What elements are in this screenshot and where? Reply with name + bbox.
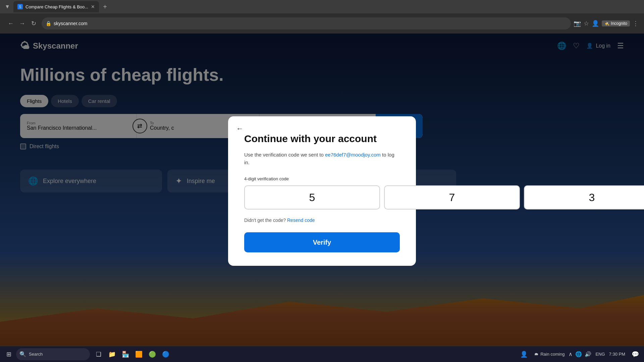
taskbar-app-1[interactable]: 🟧 xyxy=(133,348,145,360)
taskbar-icons: ❑ 📁 🏪 🟧 🟢 🔵 xyxy=(93,348,172,360)
address-bar-wrap: 🔒 xyxy=(42,17,571,29)
profile-icon[interactable]: 👤 xyxy=(592,20,599,27)
reload-button[interactable]: ↻ xyxy=(28,18,39,29)
website-background: 🌤 Skyscanner 🌐 ♡ 👤 Log in ☰ Millions of … xyxy=(0,34,644,349)
weather-icon: 🌧 xyxy=(534,352,538,357)
modal-description: Use the verification code we sent to ee7… xyxy=(244,151,400,166)
taskbar-search-text: Search xyxy=(29,352,43,357)
modal-back-button[interactable]: ← xyxy=(236,124,244,133)
taskbar-chrome[interactable]: 🔵 xyxy=(160,348,172,360)
notifications-button[interactable]: 💬 xyxy=(629,348,641,360)
tab-list-button[interactable]: ▼ xyxy=(3,2,12,11)
network-icon[interactable]: 🌐 xyxy=(575,351,582,357)
verify-button[interactable]: Verify xyxy=(244,232,400,252)
taskbar-search[interactable]: 🔍 Search xyxy=(16,348,90,360)
taskbar-time[interactable]: 7:30 PM xyxy=(609,352,625,357)
forward-button[interactable]: → xyxy=(17,18,28,29)
taskbar-search-icon: 🔍 xyxy=(19,351,26,357)
camera-off-icon[interactable]: 📷 xyxy=(574,20,581,27)
more-button[interactable]: ⋮ xyxy=(633,20,639,27)
modal-title: Continue with your account xyxy=(244,133,400,144)
code-inputs xyxy=(244,185,400,209)
weather-widget[interactable]: 🌧 Rain coming xyxy=(534,352,565,357)
tab-favicon: S xyxy=(17,4,23,9)
nav-controls: ← → ↻ xyxy=(5,18,39,29)
modal-email: ee76def7@moodjoy.com xyxy=(325,152,381,158)
browser-tab-bar: ▼ S Compare Cheap Flights & Boo... ✕ + xyxy=(0,0,644,13)
taskbar-file-explorer[interactable]: 📁 xyxy=(106,348,118,360)
verification-modal: ← Continue with your account Use the ver… xyxy=(228,116,416,266)
address-input[interactable] xyxy=(42,17,571,29)
code-label: 4-digit verification code xyxy=(244,176,400,181)
system-tray: ∧ 🌐 🔊 xyxy=(569,351,591,357)
task-view-button[interactable]: ❑ xyxy=(93,348,105,360)
bookmark-icon[interactable]: ☆ xyxy=(584,20,589,27)
lock-icon: 🔒 xyxy=(46,21,51,26)
language-indicator[interactable]: ENG xyxy=(595,352,605,357)
browser-address-bar: ← → ↻ 🔒 📷 ☆ 👤 🕵 Incognito ⋮ xyxy=(0,13,644,34)
tab-close-button[interactable]: ✕ xyxy=(91,4,95,9)
new-tab-button[interactable]: + xyxy=(100,2,110,11)
incognito-badge: 🕵 Incognito xyxy=(602,20,630,26)
modal-overlay: ← Continue with your account Use the ver… xyxy=(0,34,644,349)
code-digit-1[interactable] xyxy=(244,185,380,209)
incognito-icon: 🕵 xyxy=(604,21,609,26)
code-digit-3[interactable] xyxy=(524,185,644,209)
taskbar-right: 👤 🌧 Rain coming ∧ 🌐 🔊 ENG 7:30 PM 💬 xyxy=(518,348,641,360)
resend-code-link[interactable]: Resend code xyxy=(287,218,315,223)
browser-chrome: ▼ S Compare Cheap Flights & Boo... ✕ + ←… xyxy=(0,0,644,34)
taskbar-store[interactable]: 🏪 xyxy=(119,348,131,360)
resend-row: Didn't get the code? Resend code xyxy=(244,218,400,223)
windows-start-button[interactable]: ⊞ xyxy=(3,348,15,360)
browser-tab[interactable]: S Compare Cheap Flights & Boo... ✕ xyxy=(13,1,99,12)
taskbar-app-2[interactable]: 🟢 xyxy=(146,348,158,360)
back-button[interactable]: ← xyxy=(5,18,16,29)
code-digit-2[interactable] xyxy=(384,185,520,209)
weather-label: Rain coming xyxy=(540,352,565,357)
browser-actions: 📷 ☆ 👤 🕵 Incognito ⋮ xyxy=(574,20,639,27)
tab-title: Compare Cheap Flights & Boo... xyxy=(25,4,88,9)
speaker-icon[interactable]: 🔊 xyxy=(585,351,591,357)
people-icon[interactable]: 👤 xyxy=(518,348,530,360)
taskbar: ⊞ 🔍 Search ❑ 📁 🏪 🟧 🟢 🔵 👤 🌧 Rain coming ∧… xyxy=(0,346,644,362)
chevron-up-icon[interactable]: ∧ xyxy=(569,351,573,357)
